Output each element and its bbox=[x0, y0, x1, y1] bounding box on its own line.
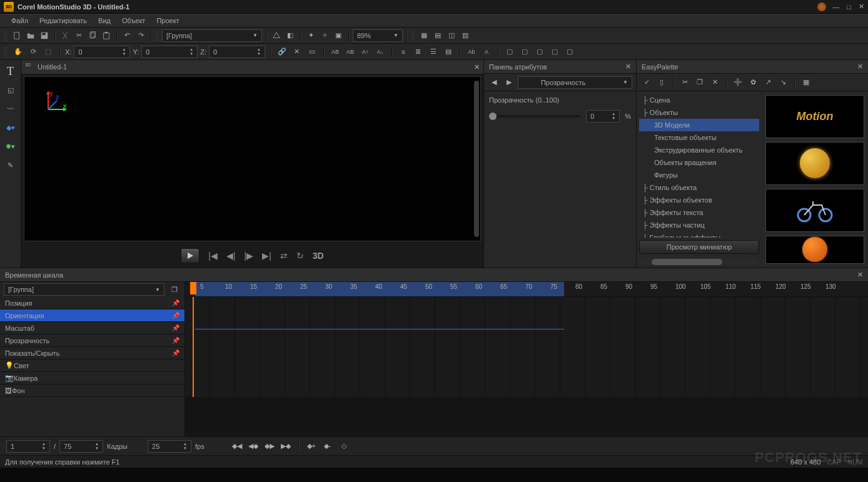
layout-icon-3[interactable]: ◫ bbox=[445, 29, 458, 42]
particle-tool[interactable]: ✺▾ bbox=[3, 139, 18, 154]
first-frame-button[interactable]: |◀ bbox=[208, 251, 218, 261]
thumbnail-preview-button[interactable]: Просмотр миниатюр bbox=[639, 240, 759, 254]
menu-object[interactable]: Объект bbox=[117, 15, 150, 26]
track-scale[interactable]: Масштаб📌 bbox=[0, 322, 184, 334]
artbox-4-icon[interactable]: ▢ bbox=[548, 46, 561, 58]
ep-hscroll[interactable] bbox=[640, 259, 758, 265]
align-a-up[interactable]: A↑ bbox=[359, 46, 371, 58]
pin-icon[interactable]: 📌 bbox=[172, 337, 179, 344]
play-icon[interactable]: ▣ bbox=[332, 29, 345, 42]
viewport-3d[interactable]: y x z bbox=[24, 76, 481, 241]
ep-export-icon[interactable]: ↗ bbox=[762, 76, 774, 89]
easypalette-close[interactable]: ✕ bbox=[857, 63, 863, 71]
pin-icon[interactable]: 📌 bbox=[172, 312, 179, 319]
opacity-input[interactable]: 0▲▼ bbox=[586, 110, 620, 123]
toolbar-grip-2[interactable] bbox=[155, 30, 158, 41]
timeline-canvas[interactable]: 5101520253035404550556065707580859095100… bbox=[185, 282, 868, 436]
track-orientation[interactable]: Ориентация📌 bbox=[0, 309, 184, 322]
tree-global-fx[interactable]: ├ Глобальные эффекты bbox=[639, 231, 759, 238]
tree-text-objects[interactable]: Текстовые объекты bbox=[639, 131, 759, 144]
align-justify-icon[interactable]: ▤ bbox=[442, 46, 455, 58]
attribute-panel-close[interactable]: ✕ bbox=[625, 63, 631, 71]
ep-doc-icon[interactable]: ▯ bbox=[655, 76, 668, 89]
opacity-slider[interactable] bbox=[489, 115, 581, 118]
total-frames-input[interactable]: 75▲▼ bbox=[59, 440, 103, 453]
tree-particle-fx[interactable]: ├ Эффекты частиц bbox=[639, 219, 759, 231]
y-input[interactable]: 0▲▼ bbox=[141, 46, 198, 58]
text-tool[interactable]: T bbox=[3, 64, 18, 79]
tree-scene[interactable]: ├ Сцена bbox=[639, 94, 759, 106]
new-button[interactable] bbox=[11, 29, 23, 42]
rewind-button[interactable]: ↻ bbox=[296, 251, 304, 261]
group-select[interactable]: [Группа]▼ bbox=[162, 29, 262, 42]
ep-grid-icon[interactable]: ▦ bbox=[800, 76, 812, 89]
key-next-icon[interactable]: ▶◆ bbox=[280, 440, 292, 453]
track-camera[interactable]: 📷 Камера bbox=[0, 372, 184, 384]
close-button[interactable]: ✕ bbox=[859, 3, 864, 11]
pin-icon[interactable]: 📌 bbox=[172, 324, 179, 331]
key-prev-icon[interactable]: ◆◀ bbox=[231, 440, 243, 453]
unlink-icon[interactable]: ✕ bbox=[291, 46, 303, 58]
pin-icon[interactable]: 📌 bbox=[172, 349, 179, 356]
thumb-globe[interactable] bbox=[765, 142, 864, 185]
track-position[interactable]: Позиция📌 bbox=[0, 297, 184, 309]
align-center-icon[interactable]: ≣ bbox=[412, 46, 425, 58]
edit-tool[interactable]: ✎ bbox=[3, 158, 18, 173]
fps-input[interactable]: 25▲▼ bbox=[148, 440, 191, 453]
timeline-ruler[interactable]: 5101520253035404550556065707580859095100… bbox=[185, 282, 868, 297]
next-frame-button[interactable]: |▶ bbox=[245, 251, 254, 261]
maximize-button[interactable]: □ bbox=[847, 3, 851, 11]
timeline-close[interactable]: ✕ bbox=[857, 271, 863, 279]
tree-objects[interactable]: ├ Объекты bbox=[639, 106, 759, 119]
menu-file[interactable]: Файл bbox=[6, 15, 33, 26]
tree-obj-style[interactable]: ├ Стиль объекта bbox=[639, 181, 759, 194]
toolbar-grip[interactable] bbox=[4, 30, 7, 41]
ep-gear-icon[interactable]: ✿ bbox=[747, 76, 759, 89]
track-showhide[interactable]: Показать/Скрыть📌 bbox=[0, 347, 184, 359]
align-a-down[interactable]: A↓ bbox=[374, 46, 386, 58]
tree-obj-fx[interactable]: ├ Эффекты объектов bbox=[639, 194, 759, 206]
select-icon[interactable]: ⬚ bbox=[42, 46, 54, 58]
minimize-button[interactable]: — bbox=[832, 3, 839, 11]
thumb-motion[interactable]: Motion bbox=[765, 95, 864, 138]
menu-project[interactable]: Проект bbox=[151, 15, 184, 26]
thumb-basketball[interactable] bbox=[765, 236, 864, 264]
toolbar-grip-3[interactable] bbox=[411, 30, 414, 41]
last-frame-button[interactable]: ▶| bbox=[262, 251, 271, 261]
magic-wand-icon[interactable]: ✦ bbox=[305, 29, 317, 42]
layout-icon-4[interactable]: ▧ bbox=[459, 29, 472, 42]
toolbar-grip-4[interactable] bbox=[4, 46, 7, 58]
ep-add-icon[interactable]: ➕ bbox=[732, 76, 744, 89]
align-left-icon[interactable]: ≡ bbox=[397, 46, 410, 58]
text-a-icon[interactable]: A bbox=[480, 46, 493, 58]
save-button[interactable] bbox=[38, 29, 51, 42]
key-right-icon[interactable]: ◆▶ bbox=[263, 440, 276, 453]
ep-delete-icon[interactable]: ✕ bbox=[709, 76, 721, 89]
ep-cut-icon[interactable]: ✂ bbox=[679, 76, 691, 89]
redo-button[interactable]: ↷ bbox=[134, 29, 147, 42]
ep-import-icon[interactable]: ↘ bbox=[777, 76, 789, 89]
fx-icon[interactable]: ✧ bbox=[318, 29, 331, 42]
ep-check-icon[interactable]: ✓ bbox=[640, 76, 653, 89]
tree-extruded[interactable]: Экструдированные объекть bbox=[639, 144, 759, 156]
link-icon[interactable]: 🔗 bbox=[276, 46, 288, 58]
text-ab-icon[interactable]: Ab bbox=[465, 46, 478, 58]
orbit-icon[interactable]: ⟳ bbox=[27, 46, 39, 58]
prev-frame-button[interactable]: ◀| bbox=[226, 251, 236, 261]
timeline-copy-icon[interactable]: ❐ bbox=[168, 283, 181, 296]
key-add-icon[interactable]: ◆+ bbox=[305, 440, 318, 453]
artbox-1-icon[interactable]: ▢ bbox=[503, 46, 516, 58]
timeline-playhead[interactable] bbox=[190, 282, 196, 294]
menu-edit[interactable]: Редактировать bbox=[34, 15, 92, 26]
menu-view[interactable]: Вид bbox=[93, 15, 116, 26]
tree-text-fx[interactable]: ├ Эффекты текста bbox=[639, 206, 759, 219]
viewport-close-button[interactable]: ✕ bbox=[474, 63, 480, 71]
hand-icon[interactable]: ✋ bbox=[12, 46, 24, 58]
cut-button[interactable] bbox=[59, 29, 71, 42]
key-left-icon[interactable]: ◀◆ bbox=[247, 440, 260, 453]
render-icon[interactable]: ◧ bbox=[284, 29, 296, 42]
artbox-5-icon[interactable]: ▢ bbox=[563, 46, 576, 58]
attr-mode-select[interactable]: Прозрачность▼ bbox=[518, 76, 632, 89]
key-split-icon[interactable]: ◇ bbox=[338, 440, 350, 453]
play-button[interactable] bbox=[181, 248, 199, 263]
